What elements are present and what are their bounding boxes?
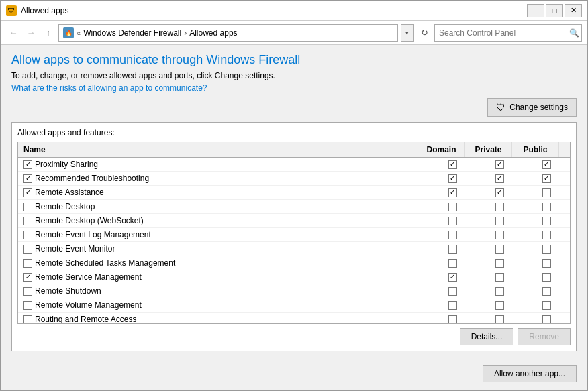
breadcrumb-arrow: ›: [184, 28, 187, 38]
app-private-checkbox[interactable]: [495, 203, 504, 211]
app-name-checkbox[interactable]: [23, 301, 32, 310]
app-public-cell: [523, 228, 570, 241]
table-row: Remote Shutdown: [18, 284, 570, 298]
table-row: Recommended Troubleshooting: [18, 172, 570, 186]
table-row: Remote Service Management: [18, 270, 570, 284]
app-name-checkbox[interactable]: [23, 315, 32, 324]
app-domain-checkbox[interactable]: [448, 259, 457, 268]
app-name-checkbox[interactable]: [23, 217, 32, 225]
app-private-cell: [476, 186, 523, 199]
risk-link[interactable]: What are the risks of allowing an app to…: [11, 83, 577, 93]
search-button[interactable]: 🔍: [567, 24, 581, 42]
app-private-checkbox[interactable]: [495, 259, 504, 268]
app-domain-cell: [429, 200, 476, 213]
main-window: 🛡 Allowed apps − □ ✕ ← → ↑ 🔥 « Windows D…: [0, 0, 588, 391]
app-public-checkbox[interactable]: [542, 245, 551, 254]
app-name-label: Remote Event Log Management: [35, 230, 151, 239]
page-description: To add, change, or remove allowed apps a…: [11, 71, 577, 80]
app-public-checkbox[interactable]: [542, 315, 551, 324]
app-private-checkbox[interactable]: [495, 231, 504, 239]
app-name-cell: Remote Desktop (WebSocket): [18, 214, 429, 227]
app-name-checkbox[interactable]: [23, 203, 32, 211]
app-private-checkbox[interactable]: [495, 174, 504, 183]
search-input[interactable]: [435, 28, 567, 38]
title-bar: 🛡 Allowed apps − □ ✕: [1, 1, 587, 21]
app-domain-checkbox[interactable]: [448, 231, 457, 239]
app-name-checkbox[interactable]: [23, 231, 32, 239]
app-name-checkbox[interactable]: [23, 245, 32, 254]
app-name-label: Remote Service Management: [35, 272, 142, 282]
app-domain-cell: [429, 228, 476, 241]
col-private: Private: [465, 142, 512, 157]
app-private-cell: [476, 172, 523, 185]
app-domain-checkbox[interactable]: [448, 315, 457, 324]
app-name-label: Routing and Remote Access: [35, 315, 136, 323]
app-public-cell: [523, 186, 570, 199]
app-name-label: Proximity Sharing: [35, 160, 98, 169]
details-button[interactable]: Details...: [460, 328, 514, 345]
app-domain-checkbox[interactable]: [448, 273, 457, 282]
close-button[interactable]: ✕: [565, 4, 582, 17]
app-domain-checkbox[interactable]: [448, 217, 457, 225]
app-private-checkbox[interactable]: [495, 287, 504, 296]
app-public-checkbox[interactable]: [542, 287, 551, 296]
breadcrumb[interactable]: 🔥 « Windows Defender Firewall › Allowed …: [58, 24, 398, 42]
app-public-cell: [523, 200, 570, 213]
app-private-checkbox[interactable]: [495, 160, 504, 169]
app-domain-cell: [429, 284, 476, 298]
window-icon: 🛡: [6, 5, 17, 16]
app-private-checkbox[interactable]: [495, 217, 504, 225]
breadcrumb-icon: 🔥: [63, 27, 74, 38]
app-name-checkbox[interactable]: [23, 273, 32, 282]
app-name-checkbox[interactable]: [23, 174, 32, 183]
up-button[interactable]: ↑: [41, 25, 56, 40]
app-domain-checkbox[interactable]: [448, 160, 457, 169]
app-name-checkbox[interactable]: [23, 259, 32, 268]
app-domain-checkbox[interactable]: [448, 203, 457, 211]
window-controls: − □ ✕: [527, 4, 582, 17]
col-name: Name: [18, 142, 418, 157]
shield-icon: 🛡: [496, 102, 505, 113]
app-public-cell: [523, 298, 570, 312]
app-name-checkbox[interactable]: [23, 160, 32, 169]
app-private-checkbox[interactable]: [495, 188, 504, 197]
app-public-checkbox[interactable]: [542, 174, 551, 183]
app-public-checkbox[interactable]: [542, 273, 551, 282]
app-name-label: Remote Assistance: [35, 188, 104, 197]
settings-panel-row: 🛡 Change settings: [11, 98, 577, 117]
back-button[interactable]: ←: [6, 25, 21, 40]
app-domain-checkbox[interactable]: [448, 188, 457, 197]
allow-another-button[interactable]: Allow another app...: [483, 365, 577, 382]
remove-button[interactable]: Remove: [518, 328, 571, 345]
maximize-button[interactable]: □: [546, 4, 563, 17]
minimize-button[interactable]: −: [527, 4, 544, 17]
main-content: Allow apps to communicate through Window…: [1, 45, 587, 359]
address-dropdown-btn[interactable]: ▾: [401, 24, 414, 42]
app-private-checkbox[interactable]: [495, 301, 504, 310]
app-name-label: Remote Scheduled Tasks Management: [35, 258, 175, 268]
change-settings-button[interactable]: 🛡 Change settings: [487, 98, 577, 117]
app-public-checkbox[interactable]: [542, 203, 551, 211]
app-private-cell: [476, 313, 523, 323]
app-private-checkbox[interactable]: [495, 273, 504, 282]
app-private-cell: [476, 270, 523, 284]
app-domain-checkbox[interactable]: [448, 287, 457, 296]
app-public-cell: [523, 172, 570, 185]
app-public-checkbox[interactable]: [542, 231, 551, 239]
app-private-checkbox[interactable]: [495, 245, 504, 254]
forward-button[interactable]: →: [23, 25, 38, 40]
app-public-checkbox[interactable]: [542, 259, 551, 268]
app-domain-checkbox[interactable]: [448, 174, 457, 183]
app-domain-checkbox[interactable]: [448, 301, 457, 310]
app-public-checkbox[interactable]: [542, 217, 551, 225]
refresh-button[interactable]: ↻: [417, 25, 432, 40]
app-name-checkbox[interactable]: [23, 287, 32, 296]
app-private-cell: [476, 256, 523, 270]
app-domain-checkbox[interactable]: [448, 245, 457, 254]
app-public-checkbox[interactable]: [542, 160, 551, 169]
app-name-checkbox[interactable]: [23, 188, 32, 197]
app-public-checkbox[interactable]: [542, 301, 551, 310]
app-name-cell: Remote Scheduled Tasks Management: [18, 256, 429, 270]
app-public-checkbox[interactable]: [542, 188, 551, 197]
app-private-checkbox[interactable]: [495, 315, 504, 324]
